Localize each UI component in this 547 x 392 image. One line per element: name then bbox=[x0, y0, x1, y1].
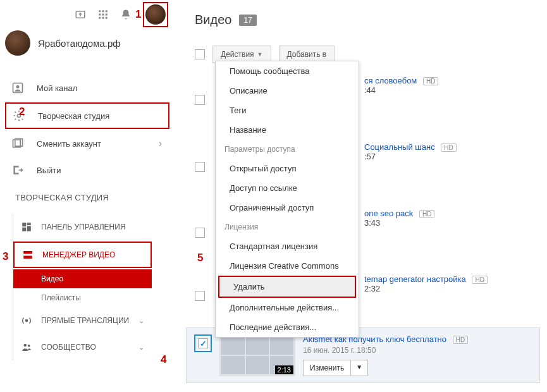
studio-title: ТВОРЧЕСКАЯ СТУДИЯ bbox=[15, 193, 109, 202]
svg-rect-1 bbox=[99, 10, 101, 12]
caret-down-icon: ▼ bbox=[257, 51, 263, 58]
nav-label: Мой канал bbox=[37, 83, 77, 93]
row-checkbox[interactable] bbox=[195, 162, 205, 172]
dd-std-license[interactable]: Стандартная лицензия bbox=[216, 236, 359, 256]
select-all-checkbox[interactable] bbox=[195, 49, 205, 59]
snav-dashboard[interactable]: ПАНЕЛЬ УПРАВЛЕНИЯ bbox=[13, 214, 152, 240]
svg-rect-5 bbox=[102, 14, 104, 16]
dd-name[interactable]: Название bbox=[216, 120, 359, 140]
edit-button[interactable]: Изменить▼ bbox=[303, 360, 368, 376]
svg-point-21 bbox=[25, 319, 28, 322]
community-icon bbox=[21, 341, 32, 353]
hd-badge: HD bbox=[472, 276, 487, 284]
dd-help[interactable]: Помощь сообщества bbox=[216, 61, 359, 81]
sub-videos[interactable]: Видео bbox=[13, 269, 152, 288]
thumb-duration: 2:13 bbox=[275, 365, 293, 374]
video-title[interactable]: one seo pack bbox=[364, 209, 413, 218]
dd-section-license: Лицензия bbox=[216, 217, 359, 236]
dd-recent-actions[interactable]: Последние действия... bbox=[216, 317, 359, 337]
sub-playlists[interactable]: Плейлисты bbox=[13, 288, 152, 307]
svg-point-11 bbox=[16, 85, 20, 89]
svg-rect-4 bbox=[99, 14, 101, 16]
svg-rect-18 bbox=[22, 228, 26, 231]
hd-badge: HD bbox=[423, 77, 438, 85]
video-duration: :44 bbox=[364, 85, 438, 95]
broadcast-icon bbox=[21, 315, 32, 326]
page-title: Видео bbox=[195, 13, 231, 27]
profile-avatar[interactable] bbox=[5, 30, 30, 56]
nav-label: Сменить аккаунт bbox=[37, 139, 101, 149]
hd-badge: HD bbox=[441, 144, 456, 152]
exit-icon bbox=[11, 164, 24, 176]
video-duration: :57 bbox=[364, 152, 457, 161]
dd-tags[interactable]: Теги bbox=[216, 101, 359, 120]
dd-delete[interactable]: Удалить bbox=[218, 276, 356, 298]
nav-label: Творческая студия bbox=[38, 111, 109, 121]
svg-rect-2 bbox=[102, 10, 104, 12]
dd-more-actions[interactable]: Дополнительные действия... bbox=[216, 298, 359, 317]
svg-point-22 bbox=[24, 344, 27, 347]
snav-label: ПРЯМЫЕ ТРАНСЛЯЦИИ bbox=[41, 316, 129, 325]
svg-rect-15 bbox=[22, 223, 26, 226]
upload-icon[interactable] bbox=[75, 9, 86, 20]
video-manager-icon bbox=[22, 249, 34, 260]
caret-down-icon: ▼ bbox=[351, 360, 368, 376]
svg-point-23 bbox=[28, 345, 30, 347]
nav-studio[interactable]: Творческая студия bbox=[5, 102, 169, 129]
person-icon bbox=[11, 82, 24, 94]
video-duration: 2:32 bbox=[364, 284, 488, 293]
actions-dropdown: Помощь сообщества Описание Теги Название… bbox=[215, 61, 359, 338]
dashboard-icon bbox=[21, 221, 32, 233]
row-checkbox[interactable] bbox=[195, 228, 205, 238]
svg-rect-9 bbox=[106, 17, 108, 19]
chevron-down-icon: ⌄ bbox=[138, 317, 144, 325]
video-title[interactable]: temap generator настройка bbox=[364, 274, 466, 284]
annotation-5: 5 bbox=[197, 252, 203, 264]
video-date: 16 июн. 2015 г. 18:50 bbox=[303, 346, 532, 355]
dd-restricted[interactable]: Ограниченный доступ bbox=[216, 198, 359, 217]
profile-row: Яработаюдома.рф bbox=[5, 30, 121, 56]
svg-rect-20 bbox=[23, 256, 32, 259]
annotation-2: 2 bbox=[19, 106, 25, 118]
nav-exit[interactable]: Выйти bbox=[5, 157, 169, 183]
svg-rect-8 bbox=[102, 17, 104, 19]
video-title[interactable]: ся словоебом bbox=[364, 76, 417, 85]
nav-my-channel[interactable]: Мой канал bbox=[5, 75, 169, 101]
snav-label: МЕНЕДЖЕР ВИДЕО bbox=[42, 250, 115, 259]
apps-icon[interactable] bbox=[97, 9, 109, 20]
dd-open-access[interactable]: Открытый доступ bbox=[216, 159, 359, 178]
annotation-3: 3 bbox=[3, 250, 8, 263]
avatar[interactable] bbox=[145, 4, 166, 25]
svg-rect-16 bbox=[27, 223, 31, 225]
bell-icon[interactable] bbox=[120, 9, 132, 20]
row-checkbox[interactable] bbox=[195, 291, 205, 301]
svg-rect-7 bbox=[99, 17, 101, 19]
row-checkbox[interactable] bbox=[195, 95, 205, 105]
video-thumbnail[interactable]: 2:13 bbox=[219, 334, 295, 376]
svg-rect-19 bbox=[23, 251, 32, 254]
profile-name: Яработаюдома.рф bbox=[38, 38, 121, 49]
snav-live[interactable]: ПРЯМЫЕ ТРАНСЛЯЦИИ ⌄ bbox=[13, 307, 152, 334]
dd-section-access: Параметры доступа bbox=[216, 140, 359, 159]
accounts-icon bbox=[11, 137, 24, 150]
svg-rect-17 bbox=[27, 226, 31, 231]
row-checkbox[interactable] bbox=[198, 338, 208, 348]
dd-description[interactable]: Описание bbox=[216, 81, 359, 101]
svg-rect-3 bbox=[106, 10, 108, 12]
annotation-1: 1 bbox=[135, 8, 141, 21]
chevron-right-icon: › bbox=[159, 138, 162, 149]
dd-cc-license[interactable]: Лицензия Creative Commons bbox=[216, 256, 359, 276]
video-count-badge: 17 bbox=[239, 15, 256, 26]
hd-badge: HD bbox=[453, 336, 468, 344]
chevron-down-icon: ⌄ bbox=[138, 343, 144, 352]
video-title[interactable]: Социальный шанс bbox=[364, 142, 435, 152]
video-duration: 3:43 bbox=[364, 218, 434, 228]
row-checkbox-wrap bbox=[194, 334, 212, 352]
snav-video-manager[interactable]: МЕНЕДЖЕР ВИДЕО bbox=[13, 242, 152, 268]
nav-switch-account[interactable]: Сменить аккаунт › bbox=[5, 130, 169, 157]
snav-label: СООБЩЕСТВО bbox=[41, 343, 96, 352]
dd-link-access[interactable]: Доступ по ссылке bbox=[216, 178, 359, 198]
hd-badge: HD bbox=[419, 210, 434, 218]
annotation-4: 4 bbox=[161, 353, 166, 366]
snav-community[interactable]: СООБЩЕСТВО ⌄ bbox=[13, 334, 152, 360]
